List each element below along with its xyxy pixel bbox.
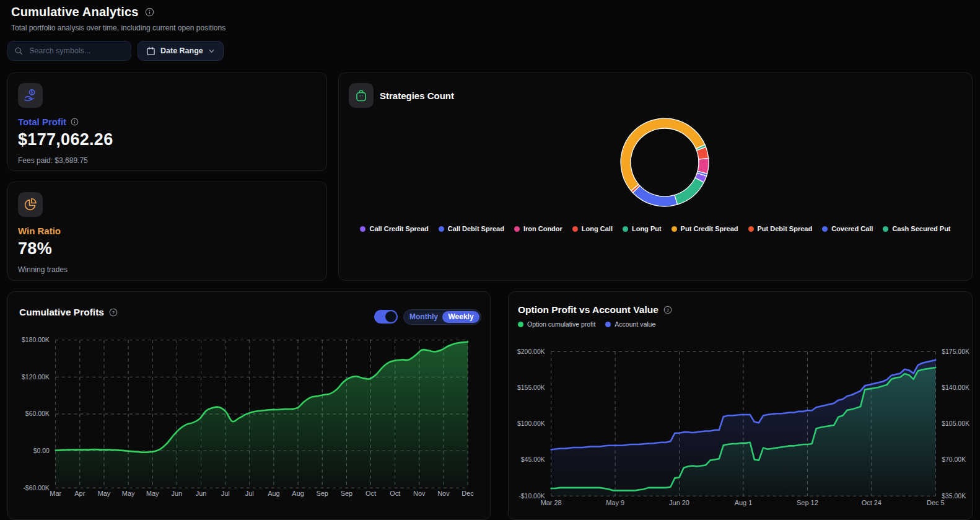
tab-weekly[interactable]: Weekly (442, 311, 479, 323)
donut-slice[interactable] (633, 186, 678, 206)
cumulative-analytics-page: { "page": { "title": "Cumulative Analyti… (0, 0, 980, 520)
toggle-knob (385, 311, 396, 322)
legend-label: Put Credit Spread (681, 225, 738, 232)
cumulative-profits-title: Cumulative Profits (19, 307, 104, 318)
legend-item[interactable]: Cash Secured Put (883, 225, 950, 232)
total-profit-label: Total Profit (18, 117, 66, 127)
y-axis-tick-label: $35.00K (942, 493, 966, 500)
x-axis-tick-label: Apr (74, 490, 85, 497)
x-axis-tick-label: May (146, 490, 159, 497)
x-axis-tick-label: Sep 12 (797, 499, 818, 506)
y-axis-tick-label: $105.00K (942, 420, 969, 427)
y-axis-tick-label: $175.00K (942, 348, 969, 355)
option-vs-account-card: Option Profit vs Account Value ? Option … (508, 291, 973, 520)
x-axis-tick-label: Nov (413, 490, 426, 497)
help-icon[interactable]: ? (109, 308, 118, 317)
y-axis-tick-label: $200.00K (517, 348, 545, 355)
search-icon (14, 46, 23, 55)
x-axis-tick-label: Aug (292, 490, 304, 497)
strategies-count-title: Strategies Count (380, 90, 454, 101)
y-axis-tick-label: $60.00K (25, 410, 50, 417)
info-icon[interactable] (145, 7, 154, 17)
svg-text:?: ? (112, 310, 115, 315)
x-axis-tick-label: Jun (196, 490, 207, 497)
x-axis-tick-label: May 9 (606, 499, 624, 506)
cumulative-profits-card: Cumulative Profits ? Monthly Weekly MarA… (7, 291, 491, 520)
x-axis-tick-label: Aug (268, 490, 279, 497)
legend-item[interactable]: Put Credit Spread (672, 225, 738, 232)
fees-paid-text: Fees paid: $3,689.75 (18, 156, 317, 165)
interval-toggle[interactable] (374, 310, 398, 324)
svg-text:?: ? (667, 307, 670, 313)
legend-item[interactable]: Long Put (623, 225, 662, 232)
legend-item[interactable]: Long Call (572, 225, 613, 232)
legend-label: Call Debit Spread (448, 225, 504, 232)
y-axis-tick-label: $155.00K (517, 384, 545, 391)
legend-item[interactable]: Covered Call (822, 225, 873, 232)
date-range-button[interactable]: Date Range (138, 41, 224, 61)
legend-item[interactable]: Iron Condor (514, 225, 562, 232)
y-axis-tick-label: $0.00 (33, 447, 50, 454)
page-subtitle: Total portfolio analysis over time, incl… (11, 24, 225, 32)
win-ratio-label: Win Ratio (18, 226, 61, 236)
page-title: Cumulative Analytics (11, 5, 139, 19)
shopping-bag-icon (349, 83, 374, 108)
legend-account-value[interactable]: Account value (605, 320, 655, 328)
search-box[interactable] (7, 41, 131, 61)
calendar-icon (146, 46, 155, 56)
y-axis-tick-label: -$60.00K (23, 485, 49, 491)
chevron-down-icon (208, 48, 215, 55)
winning-trades-text: Winning trades (18, 265, 317, 274)
y-axis-tick-label: -$10.00K (518, 493, 545, 500)
legend-item[interactable]: Call Debit Spread (439, 225, 504, 232)
y-axis-tick-label: $140.00K (942, 384, 969, 391)
y-axis-tick-label: $45.00K (521, 457, 545, 464)
legend-label: Put Debit Spread (758, 225, 813, 232)
x-axis-tick-label: Oct 24 (862, 499, 882, 506)
pie-chart-icon (18, 192, 43, 217)
option-vs-account-title: Option Profit vs Account Value (518, 304, 658, 315)
legend-dot (883, 226, 888, 232)
legend-item[interactable]: Call Credit Spread (360, 225, 428, 232)
y-axis-tick-label: $180.00K (22, 337, 50, 343)
x-axis-tick-label: Jul (221, 490, 230, 497)
hand-coin-icon: $ (18, 83, 43, 108)
x-axis-tick-label: Dec (462, 490, 474, 497)
x-axis-tick-label: Sep (341, 490, 352, 497)
total-profit-card: $ Total Profit $177,062.26 Fees paid: $3… (7, 73, 327, 171)
x-axis-tick-label: Dec 5 (927, 499, 945, 506)
legend-dot (672, 226, 677, 232)
legend-dot (822, 226, 828, 232)
svg-text:$: $ (31, 90, 33, 95)
donut-slice[interactable] (621, 118, 705, 191)
y-axis-tick-label: $70.00K (942, 457, 966, 464)
area-fill (56, 342, 468, 488)
x-axis-tick-label: Oct (390, 490, 400, 497)
legend-dot (518, 322, 523, 327)
x-axis-tick-label: Aug 1 (735, 499, 753, 506)
legend-label: Long Put (632, 225, 662, 232)
donut-slice[interactable] (675, 178, 704, 205)
legend-dot (605, 322, 611, 327)
legend-option-profit[interactable]: Option cumulative profit (518, 320, 595, 328)
legend-item[interactable]: Put Debit Spread (748, 225, 813, 232)
legend-label: Call Credit Spread (369, 225, 428, 232)
strategies-legend: Call Credit SpreadCall Debit SpreadIron … (339, 225, 972, 232)
help-icon[interactable]: ? (663, 306, 672, 314)
tab-monthly[interactable]: Monthly (405, 311, 442, 323)
win-ratio-card: Win Ratio 78% Winning trades (7, 182, 327, 281)
info-icon[interactable] (71, 118, 79, 126)
x-axis-tick-label: Jul (245, 490, 254, 497)
x-axis-tick-label: Mar (50, 490, 61, 497)
strategies-donut-chart (612, 110, 717, 215)
donut-slice[interactable] (698, 158, 709, 174)
date-range-label: Date Range (160, 46, 203, 55)
legend-dot (623, 226, 628, 232)
interval-tabs: Monthly Weekly (403, 309, 481, 325)
x-axis-tick-label: Nov (437, 490, 450, 497)
legend-label: Long Call (582, 225, 613, 232)
search-input[interactable] (28, 46, 125, 56)
legend-label: Covered Call (831, 225, 873, 232)
legend-label: Iron Condor (523, 225, 562, 232)
cumulative-profits-chart: MarAprMayMayMayJunJunJulJulAugAugSepSepO… (8, 292, 490, 519)
